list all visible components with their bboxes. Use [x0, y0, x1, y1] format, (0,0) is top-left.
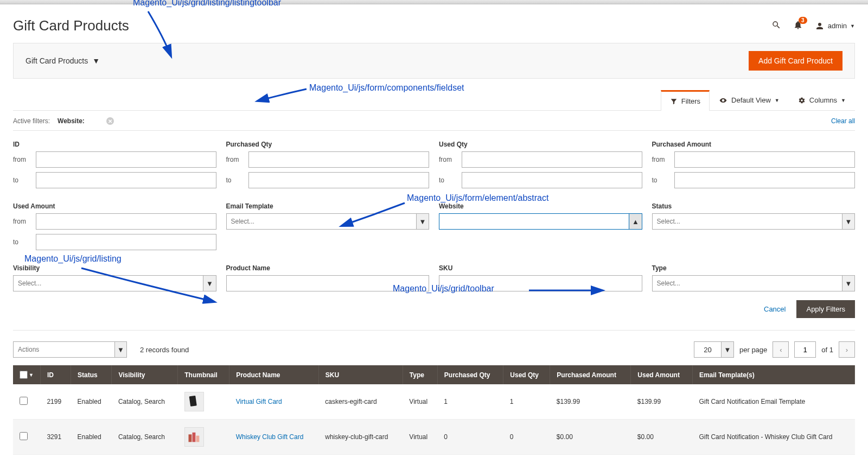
col-status[interactable]: Status [71, 365, 112, 384]
caret-down-icon[interactable]: ▼ [203, 275, 216, 291]
actions-dropdown[interactable]: ▼ [13, 341, 127, 358]
uq-from-input[interactable] [462, 151, 642, 168]
pq-from-input[interactable] [248, 151, 429, 168]
cell-sku: caskers-egift-card [318, 384, 403, 420]
row-checkbox[interactable] [20, 397, 28, 405]
table-row[interactable]: 3291 Enabled Catalog, Search Whiskey Clu… [13, 420, 855, 455]
page-input[interactable] [794, 341, 816, 358]
default-view-tab[interactable]: Default View ▼ [710, 90, 789, 110]
filter-website: Website ▲ [439, 202, 642, 255]
caret-down-icon: ▼ [775, 98, 780, 103]
col-thumbnail[interactable]: Thumbnail [178, 365, 229, 384]
clear-all-link[interactable]: Clear all [831, 117, 855, 125]
add-product-button[interactable]: Add Gift Card Product [749, 51, 843, 71]
filter-sku: SKU [439, 264, 642, 291]
id-from-input[interactable] [36, 151, 216, 168]
visibility-select[interactable] [13, 275, 203, 291]
col-id[interactable]: ID [40, 365, 71, 384]
next-page-button[interactable]: › [839, 341, 855, 358]
filters-tab[interactable]: Filters [661, 90, 710, 111]
admin-user-label: admin [828, 22, 847, 30]
actions-select[interactable] [13, 341, 114, 358]
search-icon[interactable] [771, 20, 781, 31]
select-all-checkbox[interactable]: ▼ [20, 371, 34, 379]
svg-rect-0 [189, 396, 196, 407]
pa-to-input[interactable] [674, 172, 855, 188]
gear-icon [798, 97, 806, 104]
website-select[interactable] [439, 213, 629, 230]
filter-visibility-label: Visibility [13, 264, 216, 272]
caret-down-icon[interactable]: ▼ [416, 213, 429, 230]
admin-user-menu[interactable]: admin ▼ [815, 21, 855, 31]
col-type[interactable]: Type [403, 365, 437, 384]
filter-website-label: Website [439, 202, 642, 210]
cell-sku: whiskey-club-gift-card [318, 420, 403, 455]
caret-down-icon[interactable]: ▼ [842, 213, 855, 230]
caret-down-icon[interactable]: ▼ [842, 275, 855, 291]
filters-panel: ID from to Purchased Qty from to Used Qt… [13, 131, 855, 331]
col-email-templates[interactable]: Email Template(s) [692, 365, 854, 384]
default-view-label: Default View [731, 96, 771, 104]
cell-uamt: $0.00 [631, 420, 693, 455]
columns-label: Columns [809, 96, 837, 104]
ua-to-input[interactable] [36, 234, 216, 250]
cell-email: Gift Card Notification - Whiskey Club Gi… [692, 420, 854, 455]
type-select[interactable] [652, 275, 842, 291]
prev-page-button[interactable]: ‹ [773, 341, 789, 358]
active-filters-label: Active filters: [13, 117, 50, 125]
filter-product-name: Product Name [226, 264, 430, 291]
col-used-amount[interactable]: Used Amount [631, 365, 693, 384]
grid-controls: Filters Default View ▼ Columns ▼ [13, 90, 855, 111]
sku-input[interactable] [439, 275, 642, 291]
filter-visibility: Visibility ▼ [13, 264, 216, 291]
cell-id: 3291 [40, 420, 71, 455]
filters-label: Filters [681, 97, 700, 105]
cell-visibility: Catalog, Search [112, 384, 178, 420]
active-filters: Active filters: Website: ✕ Clear all [13, 111, 855, 131]
caret-down-icon[interactable]: ▼ [721, 341, 734, 358]
col-product-name[interactable]: Product Name [229, 365, 319, 384]
cell-pamt: $0.00 [550, 420, 631, 455]
toolbar-title-label: Gift Card Products [25, 56, 88, 65]
filter-used-amount: Used Amount from to [13, 202, 216, 255]
pagination: 20 ▼ per page ‹ of 1 › [694, 341, 855, 358]
product-link[interactable]: Whiskey Club Gift Card [236, 433, 304, 441]
cell-pamt: $139.99 [550, 384, 631, 420]
filter-type-label: Type [652, 264, 856, 272]
status-select[interactable] [652, 213, 842, 230]
filter-pn-label: Product Name [226, 264, 430, 272]
col-used-qty[interactable]: Used Qty [503, 365, 550, 384]
col-visibility[interactable]: Visibility [112, 365, 178, 384]
row-checkbox[interactable] [20, 432, 28, 440]
caret-up-icon[interactable]: ▲ [629, 213, 642, 230]
cell-status: Enabled [71, 384, 112, 420]
cell-type: Virtual [403, 420, 437, 455]
caret-down-icon[interactable]: ▼ [114, 341, 127, 358]
per-page-select[interactable]: 20 ▼ [694, 341, 734, 358]
pq-to-input[interactable] [248, 172, 429, 188]
columns-tab[interactable]: Columns ▼ [789, 90, 855, 110]
toolbar-title-dropdown[interactable]: Gift Card Products ▼ [25, 56, 100, 65]
filter-used-qty: Used Qty from to [439, 141, 642, 193]
product-name-input[interactable] [226, 275, 430, 291]
cancel-filters-link[interactable]: Cancel [764, 305, 786, 313]
notification-icon[interactable]: 3 [793, 20, 803, 31]
remove-filter-icon[interactable]: ✕ [106, 117, 114, 125]
table-row[interactable]: 2199 Enabled Catalog, Search Virtual Gif… [13, 384, 855, 420]
col-sku[interactable]: SKU [318, 365, 403, 384]
records-row: ▼ 2 records found 20 ▼ per page ‹ of 1 › [13, 331, 855, 365]
col-purchased-amount[interactable]: Purchased Amount [550, 365, 631, 384]
cell-uqty: 1 [503, 384, 550, 420]
id-to-input[interactable] [36, 172, 216, 188]
cell-id: 2199 [40, 384, 71, 420]
product-link[interactable]: Virtual Gift Card [236, 398, 282, 405]
browser-chrome [0, 0, 868, 4]
ua-from-input[interactable] [36, 213, 216, 230]
active-filter-chip: Website: ✕ [58, 117, 114, 125]
uq-to-input[interactable] [462, 172, 642, 188]
email-template-select[interactable] [226, 213, 416, 230]
col-purchased-qty[interactable]: Purchased Qty [437, 365, 503, 384]
svg-rect-2 [192, 433, 195, 442]
apply-filters-button[interactable]: Apply Filters [796, 300, 855, 318]
pa-from-input[interactable] [674, 151, 855, 168]
